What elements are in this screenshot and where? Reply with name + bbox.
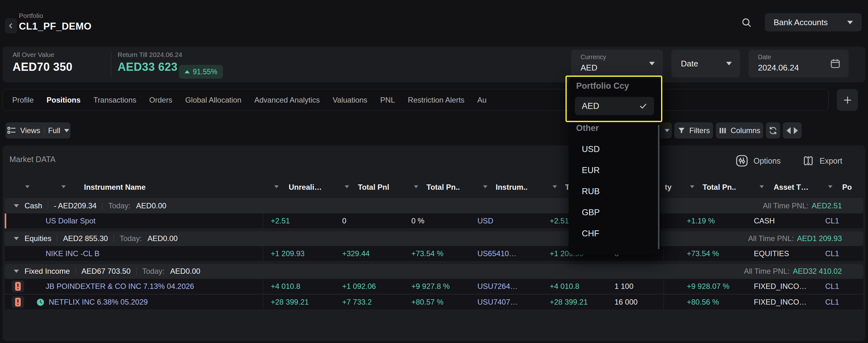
tab-restriction-alerts[interactable]: Restriction Alerts <box>408 96 465 105</box>
dropdown-option-aed[interactable]: AED <box>575 97 654 115</box>
divider <box>263 294 263 310</box>
tab-advanced-analytics[interactable]: Advanced Analytics <box>254 96 320 105</box>
add-tab-button[interactable] <box>837 89 858 111</box>
export-button[interactable]: Export <box>802 145 842 176</box>
col-instrument[interactable]: Instrum.. <box>496 176 527 198</box>
group-row-equities[interactable]: Equities AED2 855.30 Today: AED0.00 All … <box>5 231 863 246</box>
group-row-fixed-income[interactable]: Fixed Income AED67 703.50 Today: AED0.00… <box>5 264 863 279</box>
chevron-down-icon[interactable] <box>61 185 66 188</box>
tab-bar: Profile Positions Transactions Orders Gl… <box>2 89 829 111</box>
quantity-value: 16 000 <box>615 294 638 310</box>
col-unrealized[interactable]: Unreali… <box>289 176 322 198</box>
columns-button[interactable]: Columns <box>716 122 763 139</box>
portfolio-code: CL1 <box>825 246 839 261</box>
divider <box>263 279 263 294</box>
currency-value: AED <box>581 63 597 73</box>
table-row[interactable]: US Dollar Spot +2.51 0 0 % USD +2.51 +1.… <box>5 213 863 229</box>
refresh-icon <box>768 126 778 135</box>
chevron-down-icon[interactable] <box>690 185 694 188</box>
chevron-down-icon[interactable] <box>760 185 764 188</box>
views-value: Full <box>48 126 60 135</box>
table-row[interactable]: JB POINDEXTER & CO INC 7.13% 04.2026 +4 … <box>5 279 863 294</box>
instrument-code[interactable]: USD <box>477 213 493 228</box>
refresh-button[interactable] <box>766 122 780 139</box>
collapse-icon[interactable] <box>14 237 19 240</box>
chevron-down-icon[interactable] <box>414 185 418 188</box>
alltime-pnl-label: All Time PNL: <box>763 201 809 210</box>
tab-valuations[interactable]: Valuations <box>333 96 367 105</box>
warning-icon[interactable] <box>12 296 24 308</box>
col-quantity[interactable]: ty <box>665 176 672 198</box>
date-field[interactable]: Date 2024.06.24 <box>748 50 848 78</box>
divider <box>114 235 114 242</box>
instrument-name[interactable]: NIKE INC -CL B <box>45 246 99 261</box>
divider <box>663 246 664 261</box>
total-pnl-pct-2-value: +9 928.07 % <box>687 279 729 294</box>
collapse-icon[interactable] <box>14 270 19 273</box>
tab-orders[interactable]: Orders <box>149 96 172 105</box>
dropdown-option-gbp[interactable]: GBP <box>575 204 654 221</box>
group-row-cash[interactable]: Cash - AED209.34 Today: AED0.00 All Time… <box>5 199 863 213</box>
warning-icon[interactable] <box>12 280 24 292</box>
bank-accounts-select[interactable]: Bank Accounts <box>765 13 862 31</box>
col-total-pnl-pct-2[interactable]: Total Pn.. <box>703 176 736 198</box>
divider <box>102 202 102 209</box>
chevron-down-icon[interactable] <box>345 185 349 188</box>
row-accent-stripe <box>5 213 6 228</box>
tab-positions[interactable]: Positions <box>46 96 81 105</box>
search-button[interactable] <box>740 16 753 30</box>
unrealized-value: +28 399.21 <box>271 294 309 310</box>
instrument-code[interactable]: USU7407… <box>477 294 518 310</box>
filters-button[interactable]: Filters <box>674 122 713 139</box>
options-button[interactable]: Options <box>735 145 781 176</box>
views-button[interactable]: Views Full <box>6 122 70 139</box>
instrument-code[interactable]: US65410… <box>477 246 517 261</box>
instrument-name[interactable]: NETFLIX INC 6.38% 05.2029 <box>49 294 148 310</box>
scrollbar[interactable] <box>658 124 659 249</box>
col-instrument-name[interactable]: Instrument Name <box>84 176 146 198</box>
portfolio-code: CL1 <box>825 279 839 294</box>
dropdown-option-rub[interactable]: RUB <box>575 182 654 200</box>
tab-profile[interactable]: Profile <box>12 96 34 105</box>
dropdown-option-eur[interactable]: EUR <box>575 162 654 179</box>
chevron-down-icon[interactable] <box>828 185 833 188</box>
col-total-pnl-pct[interactable]: Total Pn.. <box>427 176 460 198</box>
date-mode-select[interactable]: Date <box>672 50 740 78</box>
group-value: AED67 703.50 <box>82 267 130 276</box>
chevron-down-icon[interactable] <box>25 185 30 188</box>
dropdown-option-chf[interactable]: CHF <box>575 225 654 242</box>
instrument-name[interactable]: JB POINDEXTER & CO INC 7.13% 04.2026 <box>45 279 194 294</box>
currency-select[interactable]: Currency AED <box>571 50 663 78</box>
clock-icon <box>36 298 45 307</box>
tab-pnl[interactable]: PNL <box>380 96 395 105</box>
asset-type: FIXED_INCO… <box>754 279 807 294</box>
alltime-pnl-value: AED1 209.93 <box>797 234 842 243</box>
group-name: Cash <box>25 201 42 210</box>
dropdown-option-usd[interactable]: USD <box>575 140 654 158</box>
currency-label: Currency <box>581 54 606 61</box>
market-data-card: Market DATA Options Export Instrument Na… <box>2 145 866 341</box>
chevron-down-icon[interactable] <box>274 185 279 188</box>
group-name: Equities <box>25 234 51 243</box>
arrow-up-icon <box>185 70 190 73</box>
total-pnl-pct-value: +9 927.8 % <box>411 279 450 294</box>
back-button[interactable] <box>5 18 17 33</box>
columns-label: Columns <box>731 126 761 135</box>
table-row[interactable]: NIKE INC -CL B +1 209.93 +329.44 +73.54 … <box>5 246 863 261</box>
divider <box>75 267 76 275</box>
tab-global-allocation[interactable]: Global Allocation <box>185 96 242 105</box>
instrument-name[interactable]: US Dollar Spot <box>45 213 96 228</box>
tab-transactions[interactable]: Transactions <box>93 96 136 105</box>
collapse-icon[interactable] <box>14 204 19 207</box>
section-title: Market DATA <box>9 155 55 164</box>
divider <box>663 279 664 294</box>
col-total-pnl[interactable]: Total Pnl <box>358 176 389 198</box>
tab-audit[interactable]: Au <box>477 96 487 105</box>
pager-buttons[interactable] <box>783 122 802 139</box>
instrument-code[interactable]: USU7264… <box>477 279 518 294</box>
col-portfolio[interactable]: Po <box>842 176 852 198</box>
table-row[interactable]: NETFLIX INC 6.38% 05.2029 +28 399.21 +7 … <box>5 294 863 310</box>
chevron-down-icon[interactable] <box>483 185 488 188</box>
chevron-down-icon[interactable] <box>553 185 557 188</box>
col-asset-type[interactable]: Asset T… <box>774 176 809 198</box>
